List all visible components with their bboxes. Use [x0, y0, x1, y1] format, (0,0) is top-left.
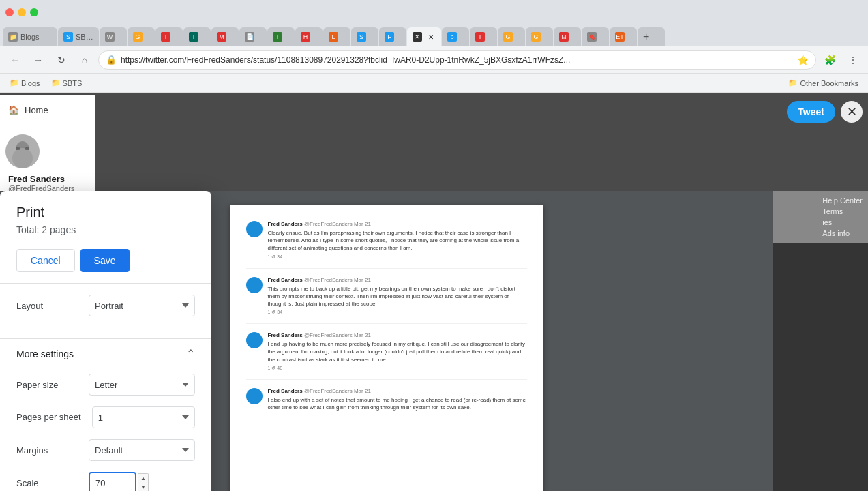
tab-4[interactable]: G	[128, 27, 155, 46]
terms-link[interactable]: Terms	[822, 207, 863, 215]
tweet-header: Fred Sanders @FredFredSanders Mar 21	[268, 388, 527, 394]
reload-button[interactable]: ↻	[52, 50, 71, 70]
tweet-avatar	[246, 221, 263, 237]
tab-favicon: ET	[615, 32, 625, 42]
tab-6[interactable]: T	[183, 27, 211, 46]
tab-11[interactable]: L	[323, 27, 350, 46]
tab-favicon: T	[273, 32, 282, 42]
tweet-date: Mar 21	[354, 277, 371, 283]
scale-input-wrapper: ▲ ▼	[89, 472, 195, 491]
tab-twitter-x[interactable]: ✕ ✕	[407, 27, 441, 46]
back-button[interactable]: ←	[5, 50, 25, 70]
tab-favicon: 🔖	[587, 32, 597, 42]
bookmark-sbts[interactable]: 📁 SBTS	[47, 77, 87, 89]
tab-favicon: M	[217, 32, 226, 42]
scale-input[interactable]	[89, 472, 136, 491]
tab-new[interactable]: +	[638, 27, 665, 46]
tab-18[interactable]: G	[526, 27, 553, 46]
margins-row: Margins Default None Minimum	[16, 439, 195, 461]
close-window-button[interactable]	[5, 8, 14, 16]
tab-favicon: ✕	[413, 32, 422, 42]
bookmark-label: Blogs	[21, 79, 40, 87]
tab-13[interactable]: F	[379, 27, 406, 46]
more-settings-toggle[interactable]: More settings ⌃	[0, 339, 211, 368]
tab-17[interactable]: G	[498, 27, 525, 46]
bookmark-other[interactable]: 📁 Other Bookmarks	[784, 77, 863, 89]
sidebar-home-label: Home	[25, 105, 48, 115]
scale-label: Scale	[16, 478, 78, 488]
pages-per-sheet-select[interactable]: 1 2 4	[92, 406, 195, 428]
scale-increment-button[interactable]: ▲	[138, 473, 149, 483]
address-bar[interactable]: 🔒 https://twitter.com/FredFredSanders/st…	[98, 50, 816, 70]
bookmark-label: SBTS	[63, 79, 83, 87]
minimize-window-button[interactable]	[18, 8, 26, 16]
home-icon: 🏠	[8, 105, 19, 115]
svg-point-2	[12, 148, 33, 168]
paper-size-select[interactable]: Letter A4 Legal	[89, 374, 195, 396]
folder-icon: 📁	[10, 78, 19, 87]
layout-section: Layout Portrait Landscape	[0, 284, 211, 338]
tweet-text: I also end up with a set of notes that a…	[268, 396, 527, 411]
menu-button[interactable]: ⋮	[843, 50, 863, 70]
user-name: Fred Sanders	[8, 174, 87, 184]
paper-size-row: Paper size Letter A4 Legal	[16, 374, 195, 396]
tab-10[interactable]: H	[295, 27, 323, 46]
ads-info-link[interactable]: Ads info	[822, 229, 863, 237]
tab-20[interactable]: 🔖	[582, 27, 609, 46]
print-title: Print	[16, 205, 195, 220]
tab-15[interactable]: b	[442, 27, 469, 46]
tweet-date: Mar 21	[354, 221, 371, 227]
tab-favicon: 📁	[8, 32, 18, 42]
tab-sbts[interactable]: S SBTS	[58, 27, 99, 46]
tweet-handle: @FredFredSanders	[304, 332, 353, 338]
tweet-avatar	[246, 277, 263, 293]
tab-9[interactable]: T	[267, 27, 295, 46]
tweet-handle: @FredFredSanders	[304, 277, 353, 283]
preview-tweet-1: Fred Sanders @FredFredSanders Mar 21 Cle…	[246, 221, 527, 269]
cancel-button[interactable]: Cancel	[16, 249, 75, 272]
tab-favicon: M	[559, 32, 569, 42]
tweet-handle: @FredFredSanders	[304, 388, 353, 394]
maximize-window-button[interactable]	[30, 8, 38, 16]
cookies-link[interactable]: ies	[822, 218, 863, 226]
tab-favicon: S	[357, 32, 366, 42]
tweet-content: Fred Sanders @FredFredSanders Mar 21 I a…	[268, 388, 527, 411]
tab-favicon: T	[475, 32, 485, 42]
save-button[interactable]: Save	[80, 249, 130, 272]
close-twitter-button[interactable]: ✕	[841, 101, 863, 123]
tweet-avatar	[246, 332, 263, 348]
forward-button[interactable]: →	[29, 50, 48, 70]
scale-decrement-button[interactable]: ▼	[138, 483, 149, 491]
tab-favicon: G	[503, 32, 513, 42]
preview-tweet-3: Fred Sanders @FredFredSanders Mar 21 I e…	[246, 332, 527, 380]
home-button[interactable]: ⌂	[75, 50, 94, 70]
tab-19[interactable]: M	[554, 27, 581, 46]
nav-bar: ← → ↻ ⌂ 🔒 https://twitter.com/FredFredSa…	[0, 46, 868, 74]
tweet-header: Fred Sanders @FredFredSanders Mar 21	[268, 332, 527, 338]
help-center-link[interactable]: Help Center	[822, 196, 863, 205]
tab-wiki[interactable]: W	[100, 27, 127, 46]
bookmark-blogs[interactable]: 📁 Blogs	[5, 77, 44, 89]
tab-12[interactable]: S	[351, 27, 378, 46]
pages-per-sheet-label: Pages per sheet	[16, 412, 81, 423]
scale-row: Scale ▲ ▼	[16, 472, 195, 491]
margins-select[interactable]: Default None Minimum	[89, 439, 195, 461]
tab-7[interactable]: M	[211, 27, 239, 46]
tab-8[interactable]: 📄	[239, 27, 267, 46]
tweet-name: Fred Sanders	[268, 332, 303, 338]
tab-favicon: G	[133, 32, 143, 42]
avatar-image	[5, 134, 40, 168]
tweet-button[interactable]: Tweet	[787, 101, 835, 123]
tweet-stats: 1 ↺ 48	[268, 366, 527, 371]
paper-size-label: Paper size	[16, 380, 78, 390]
sidebar-item-home[interactable]: 🏠 Home	[5, 101, 89, 119]
layout-label: Layout	[16, 301, 78, 311]
tab-5[interactable]: T	[155, 27, 183, 46]
tab-16[interactable]: T	[470, 27, 497, 46]
tab-blogs[interactable]: 📁 Blogs	[3, 27, 57, 46]
extensions-button[interactable]: 🧩	[820, 50, 839, 70]
tab-close-icon[interactable]: ✕	[426, 32, 436, 42]
browser-chrome: 📁 Blogs S SBTS W G T T M 📄 T H	[0, 0, 868, 93]
layout-select[interactable]: Portrait Landscape	[89, 295, 195, 316]
tab-et[interactable]: ET	[610, 27, 637, 46]
